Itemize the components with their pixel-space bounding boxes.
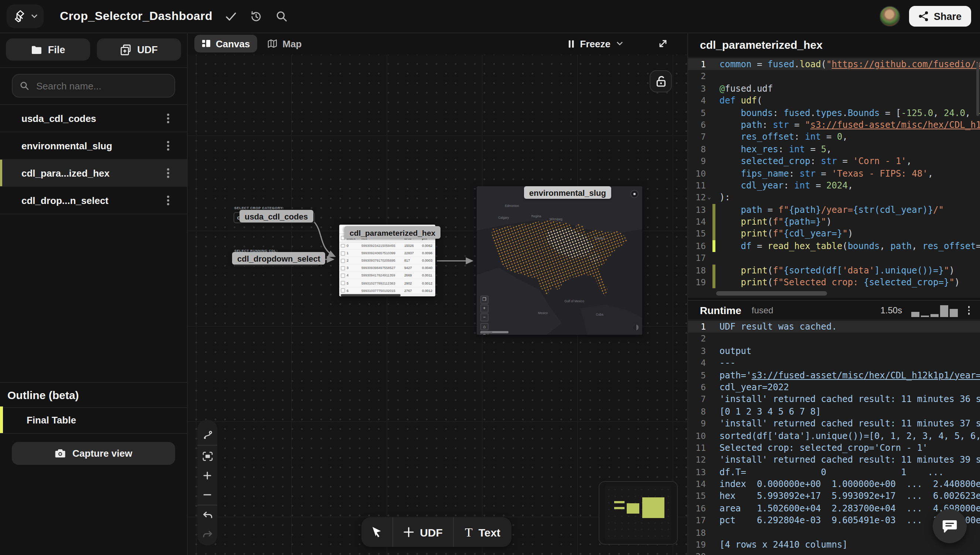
freeze-button[interactable]: Freeze	[568, 38, 623, 49]
map-fullscreen-button[interactable]: ❐	[480, 295, 488, 303]
share-button[interactable]: Share	[909, 6, 971, 27]
row-checkbox[interactable]	[341, 259, 345, 263]
node-label-usda-cdl-codes[interactable]: usda_cdl_codes	[239, 210, 313, 223]
row-checkbox[interactable]	[341, 266, 345, 271]
node-canvas[interactable]: SELECT CROP CATEGORY: Corn - 1 ⌄ usda_cd…	[187, 55, 687, 555]
tab-canvas[interactable]: Canvas	[194, 35, 258, 53]
output-line-12: 12'install' returned cached result: 11 m…	[688, 454, 980, 466]
saved-check-icon	[226, 11, 237, 21]
minimap[interactable]	[599, 481, 678, 545]
tab-map[interactable]: Map	[260, 35, 309, 53]
output-line-9: 9'install' returned cached result: 11 mi…	[688, 417, 980, 430]
freeze-label: Freeze	[580, 38, 611, 49]
code-line-14[interactable]: 14 print(f"{path=}")	[688, 216, 980, 228]
capture-view-label: Capture view	[72, 448, 132, 459]
add-udf-node-button[interactable]: UDF	[393, 517, 454, 547]
add-udf-button[interactable]: UDF	[97, 38, 181, 61]
file-button[interactable]: File	[6, 38, 90, 61]
select-tool-button[interactable]	[361, 517, 393, 547]
fit-view-icon[interactable]	[197, 446, 217, 465]
row-checkbox[interactable]	[341, 288, 345, 293]
table-row[interactable]: 459930941782491135926690.0011	[339, 272, 435, 280]
editor-vscrollbar[interactable]	[976, 63, 979, 116]
item-menu-icon[interactable]	[165, 166, 172, 180]
app-window: Crop_Selector_Dashboard Share	[0, 0, 980, 555]
output-line-19: 19[4 rows x 24410 columns]	[688, 539, 980, 551]
code-line-7[interactable]: 7 res_offset: int = 0,	[688, 131, 980, 143]
runtime-bar: Runtime fused 1.50s	[688, 300, 980, 321]
code-line-1[interactable]: 1common = fused.load("https://github.com…	[688, 58, 980, 71]
code-editor[interactable]: 1common = fused.load("https://github.com…	[688, 57, 980, 298]
table-row[interactable]: 25993093791702056958170.0003	[339, 257, 435, 265]
folder-icon	[31, 45, 42, 54]
sidebar-item-cdl-para-ized-hex[interactable]: cdl_para...ized_hex	[0, 160, 187, 187]
runtime-menu-icon[interactable]	[966, 305, 971, 316]
code-line-9[interactable]: 9 selected_crop: str = 'Corn - 1',	[688, 155, 980, 167]
row-checkbox[interactable]	[341, 273, 345, 278]
table-row[interactable]: 0599309234215059455150260.0062	[339, 242, 435, 250]
map-theme-icon[interactable]	[633, 324, 638, 330]
table-row[interactable]: 559931027789211238329020.0012	[339, 280, 435, 287]
fullscreen-icon[interactable]	[658, 38, 668, 49]
node-label-cdl-parameterized-hex[interactable]: cdl_parameterized_hex	[345, 226, 441, 239]
outline-header: Outline (beta)	[0, 382, 187, 408]
runtime-env: fused	[752, 305, 773, 316]
redo-icon[interactable]	[197, 525, 217, 545]
workspace-logo-button[interactable]	[6, 5, 43, 28]
history-icon[interactable]	[250, 10, 263, 22]
row-checkbox[interactable]	[341, 251, 345, 255]
canvas-insert-toolbar: UDF T Text	[361, 517, 512, 547]
code-line-4[interactable]: 4def udf(	[688, 95, 980, 107]
table-row[interactable]: 359930939849755852794270.0040	[339, 265, 435, 272]
undo-icon[interactable]	[197, 506, 217, 525]
table-hscrollbar[interactable]	[339, 294, 435, 296]
code-line-10[interactable]: 10 fips_name: str = 'Texas - FIPS: 48',	[688, 167, 980, 180]
code-line-17[interactable]: 17	[688, 252, 980, 265]
fused-logo-icon	[13, 9, 27, 23]
outline-item-final-table[interactable]: Final Table	[0, 406, 187, 434]
code-line-8[interactable]: 8 hex_res: int = 5,	[688, 143, 980, 155]
sidebar-item-environmental-slug[interactable]: environmental_slug	[0, 132, 187, 160]
row-checkbox[interactable]	[341, 281, 345, 285]
code-line-6[interactable]: 6 path: str = "s3://fused-asset/misc/hex…	[688, 119, 980, 131]
code-line-18[interactable]: 18 print(f"{sorted(df['data'].unique())=…	[688, 264, 980, 276]
item-menu-icon[interactable]	[165, 111, 172, 125]
auto-layout-icon[interactable]	[197, 425, 217, 444]
node-label-cdl-dropdown-select[interactable]: cdl_dropdown_select	[232, 252, 326, 265]
table-row[interactable]: 1599309240657510399228370.0096	[339, 250, 435, 257]
map-zoom-out-button[interactable]: −	[480, 314, 488, 321]
search-input[interactable]	[35, 79, 167, 92]
sidebar-item-usda-cdl-codes[interactable]: usda_cdl_codes	[0, 105, 187, 132]
map-compass-icon[interactable]	[630, 190, 638, 198]
user-avatar[interactable]	[880, 6, 901, 27]
zoom-in-icon[interactable]	[197, 465, 217, 485]
share-icon	[919, 11, 929, 21]
map-zoom-in-button[interactable]: +	[480, 305, 488, 312]
item-menu-icon[interactable]	[165, 193, 172, 207]
code-line-3[interactable]: 3@fused.udf	[688, 83, 980, 95]
zoom-out-icon[interactable]	[197, 485, 217, 504]
map-home-button[interactable]: ⌂	[480, 322, 488, 330]
code-line-11[interactable]: 11 cdl_year: int = 2024,	[688, 180, 980, 192]
code-line-15[interactable]: 15 print(f"{cdl_year=}")	[688, 228, 980, 240]
runtime-sparkline	[911, 304, 958, 317]
editor-hscrollbar[interactable]	[713, 291, 974, 295]
sidebar-item-cdl-drop-n-select[interactable]: cdl_drop...n_select	[0, 187, 187, 214]
code-line-19[interactable]: 19 print(f"Selected crop: {selected_crop…	[688, 276, 980, 289]
node-map-preview[interactable]: EdmontonCalgaryReginaWinnipegTorontoGulf…	[477, 186, 642, 335]
code-line-2[interactable]: 2	[688, 71, 980, 83]
code-line-13[interactable]: 13 path = f"{path}/year={str(cdl_year)}/…	[688, 204, 980, 216]
node-label-environmental-slug[interactable]: environmental_slug	[524, 186, 611, 199]
search-name-input[interactable]	[12, 74, 175, 98]
unlock-button[interactable]	[650, 70, 672, 92]
item-menu-icon[interactable]	[165, 139, 172, 152]
chat-button[interactable]	[933, 509, 967, 543]
add-text-button[interactable]: T Text	[454, 517, 512, 547]
search-icon[interactable]	[276, 10, 288, 22]
row-checkbox[interactable]	[341, 244, 345, 248]
code-line-16[interactable]: 16 df = read_hex_table(bounds, path, res…	[688, 240, 980, 252]
code-line-5[interactable]: 5 bounds: fused.types.Bounds = [-125.0, …	[688, 107, 980, 119]
capture-view-button[interactable]: Capture view	[12, 442, 175, 465]
tab-map-label: Map	[283, 38, 302, 49]
code-line-12[interactable]: 12⌄):	[688, 192, 980, 204]
